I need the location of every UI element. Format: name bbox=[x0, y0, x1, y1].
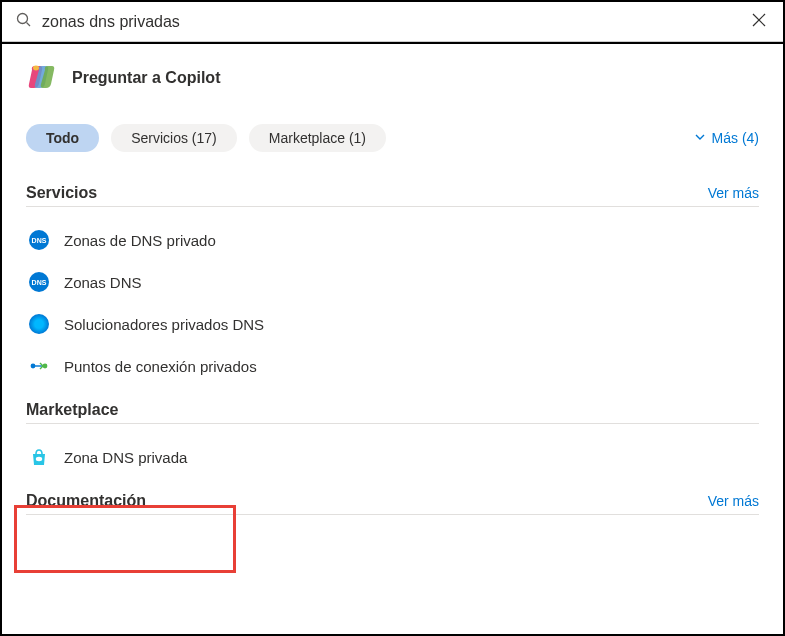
marketplace-item-label: Zona DNS privada bbox=[64, 449, 187, 466]
dns-icon: DNS bbox=[28, 229, 50, 251]
section-documentation: Documentación Ver más bbox=[2, 486, 783, 515]
chevron-down-icon bbox=[694, 130, 706, 146]
service-item-label: Zonas DNS bbox=[64, 274, 142, 291]
private-endpoint-icon bbox=[28, 355, 50, 377]
svg-point-8 bbox=[36, 457, 42, 461]
section-marketplace-title: Marketplace bbox=[26, 401, 119, 419]
service-item-private-endpoints[interactable]: Puntos de conexión privados bbox=[26, 345, 759, 387]
copilot-icon bbox=[26, 62, 58, 94]
ask-copilot-row[interactable]: Preguntar a Copilot bbox=[2, 44, 783, 106]
service-item-label: Zonas de DNS privado bbox=[64, 232, 216, 249]
svg-point-0 bbox=[18, 14, 28, 24]
dns-icon: DNS bbox=[28, 271, 50, 293]
search-input[interactable] bbox=[42, 13, 739, 31]
section-marketplace: Marketplace Zona DNS privada bbox=[2, 395, 783, 478]
service-item-label: Solucionadores privados DNS bbox=[64, 316, 264, 333]
section-documentation-title: Documentación bbox=[26, 492, 146, 510]
svg-point-4 bbox=[33, 66, 39, 71]
clear-search-button[interactable] bbox=[749, 10, 769, 33]
service-item-private-resolvers[interactable]: Solucionadores privados DNS bbox=[26, 303, 759, 345]
svg-line-1 bbox=[27, 23, 31, 27]
copilot-label: Preguntar a Copilot bbox=[72, 69, 220, 87]
search-icon bbox=[16, 12, 32, 31]
resolver-icon bbox=[28, 313, 50, 335]
documentation-see-more-link[interactable]: Ver más bbox=[708, 493, 759, 509]
filter-pill-all[interactable]: Todo bbox=[26, 124, 99, 152]
marketplace-bag-icon bbox=[28, 446, 50, 468]
service-item-label: Puntos de conexión privados bbox=[64, 358, 257, 375]
filter-row: Todo Servicios (17) Marketplace (1) Más … bbox=[2, 106, 783, 170]
service-item-private-dns-zones[interactable]: DNS Zonas de DNS privado bbox=[26, 219, 759, 261]
filter-more-label: Más (4) bbox=[712, 130, 759, 146]
section-services: Servicios Ver más DNS Zonas de DNS priva… bbox=[2, 178, 783, 387]
search-bar bbox=[2, 2, 783, 42]
services-see-more-link[interactable]: Ver más bbox=[708, 185, 759, 201]
marketplace-item-private-dns-zone[interactable]: Zona DNS privada bbox=[26, 436, 759, 478]
svg-point-5 bbox=[31, 364, 36, 369]
search-results-dropdown: Preguntar a Copilot Todo Servicios (17) … bbox=[2, 42, 783, 527]
service-item-dns-zones[interactable]: DNS Zonas DNS bbox=[26, 261, 759, 303]
filter-more-link[interactable]: Más (4) bbox=[694, 130, 759, 146]
filter-pill-marketplace[interactable]: Marketplace (1) bbox=[249, 124, 386, 152]
section-services-title: Servicios bbox=[26, 184, 97, 202]
close-icon bbox=[751, 12, 767, 31]
filter-pill-services[interactable]: Servicios (17) bbox=[111, 124, 237, 152]
